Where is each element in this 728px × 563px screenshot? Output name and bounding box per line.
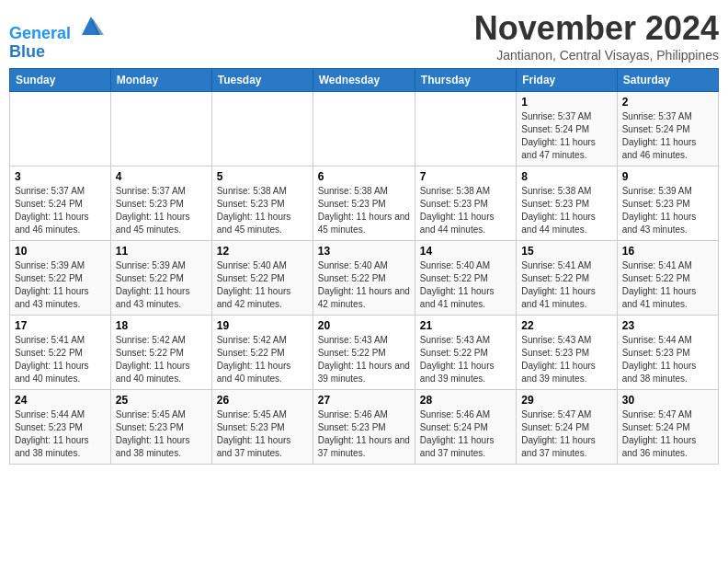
calendar-cell: 1Sunrise: 5:37 AM Sunset: 5:24 PM Daylig…: [517, 92, 617, 167]
day-info: Sunrise: 5:40 AM Sunset: 5:22 PM Dayligh…: [420, 259, 511, 311]
col-header-saturday: Saturday: [617, 69, 718, 92]
day-info: Sunrise: 5:44 AM Sunset: 5:23 PM Dayligh…: [15, 408, 106, 460]
calendar-cell: 20Sunrise: 5:43 AM Sunset: 5:22 PM Dayli…: [313, 316, 415, 390]
calendar-cell: 19Sunrise: 5:42 AM Sunset: 5:22 PM Dayli…: [211, 316, 313, 390]
day-number: 2: [622, 96, 713, 109]
calendar-cell: 29Sunrise: 5:47 AM Sunset: 5:24 PM Dayli…: [517, 390, 617, 465]
calendar-cell: 23Sunrise: 5:44 AM Sunset: 5:23 PM Dayli…: [617, 316, 718, 390]
day-info: Sunrise: 5:37 AM Sunset: 5:23 PM Dayligh…: [116, 185, 207, 236]
day-info: Sunrise: 5:46 AM Sunset: 5:23 PM Dayligh…: [318, 408, 410, 460]
calendar-cell: 17Sunrise: 5:41 AM Sunset: 5:22 PM Dayli…: [10, 316, 111, 390]
day-number: 18: [116, 319, 207, 332]
day-info: Sunrise: 5:39 AM Sunset: 5:22 PM Dayligh…: [15, 259, 106, 311]
week-row-2: 3Sunrise: 5:37 AM Sunset: 5:24 PM Daylig…: [10, 167, 719, 241]
day-info: Sunrise: 5:38 AM Sunset: 5:23 PM Dayligh…: [217, 185, 308, 236]
day-info: Sunrise: 5:37 AM Sunset: 5:24 PM Dayligh…: [15, 185, 106, 236]
day-number: 5: [217, 170, 308, 183]
calendar-cell: [313, 92, 415, 167]
calendar-cell: 26Sunrise: 5:45 AM Sunset: 5:23 PM Dayli…: [211, 390, 313, 465]
day-info: Sunrise: 5:37 AM Sunset: 5:24 PM Dayligh…: [521, 110, 611, 162]
calendar-cell: 6Sunrise: 5:38 AM Sunset: 5:23 PM Daylig…: [313, 167, 415, 241]
day-info: Sunrise: 5:38 AM Sunset: 5:23 PM Dayligh…: [521, 185, 611, 236]
day-info: Sunrise: 5:40 AM Sunset: 5:22 PM Dayligh…: [318, 259, 410, 311]
calendar-cell: 27Sunrise: 5:46 AM Sunset: 5:23 PM Dayli…: [313, 390, 415, 465]
day-info: Sunrise: 5:47 AM Sunset: 5:24 PM Dayligh…: [521, 408, 611, 460]
day-number: 23: [622, 319, 713, 332]
day-info: Sunrise: 5:42 AM Sunset: 5:22 PM Dayligh…: [116, 334, 207, 385]
calendar-cell: 22Sunrise: 5:43 AM Sunset: 5:23 PM Dayli…: [517, 316, 617, 390]
day-info: Sunrise: 5:47 AM Sunset: 5:24 PM Dayligh…: [622, 408, 713, 460]
day-number: 1: [521, 96, 611, 109]
calendar-cell: 2Sunrise: 5:37 AM Sunset: 5:24 PM Daylig…: [617, 92, 718, 167]
calendar-cell: 9Sunrise: 5:39 AM Sunset: 5:23 PM Daylig…: [617, 167, 718, 241]
calendar-cell: 12Sunrise: 5:40 AM Sunset: 5:22 PM Dayli…: [211, 241, 313, 316]
calendar-cell: 3Sunrise: 5:37 AM Sunset: 5:24 PM Daylig…: [10, 167, 111, 241]
week-row-5: 24Sunrise: 5:44 AM Sunset: 5:23 PM Dayli…: [10, 390, 719, 465]
calendar-cell: 21Sunrise: 5:43 AM Sunset: 5:22 PM Dayli…: [415, 316, 516, 390]
logo: General Blue: [9, 13, 104, 62]
calendar-cell: [10, 92, 111, 167]
col-header-friday: Friday: [517, 69, 617, 92]
day-info: Sunrise: 5:40 AM Sunset: 5:22 PM Dayligh…: [217, 259, 308, 311]
calendar-cell: [211, 92, 313, 167]
week-row-3: 10Sunrise: 5:39 AM Sunset: 5:22 PM Dayli…: [10, 241, 719, 316]
day-number: 10: [15, 245, 106, 258]
day-info: Sunrise: 5:45 AM Sunset: 5:23 PM Dayligh…: [116, 408, 207, 460]
col-header-thursday: Thursday: [415, 69, 516, 92]
calendar-cell: 4Sunrise: 5:37 AM Sunset: 5:23 PM Daylig…: [110, 167, 211, 241]
day-number: 12: [217, 245, 308, 258]
day-number: 22: [521, 319, 611, 332]
day-info: Sunrise: 5:45 AM Sunset: 5:23 PM Dayligh…: [217, 408, 308, 460]
day-number: 30: [622, 394, 713, 407]
day-number: 8: [521, 170, 611, 183]
day-number: 21: [420, 319, 511, 332]
calendar-cell: 8Sunrise: 5:38 AM Sunset: 5:23 PM Daylig…: [517, 167, 617, 241]
day-number: 26: [217, 394, 308, 407]
calendar-cell: 28Sunrise: 5:46 AM Sunset: 5:24 PM Dayli…: [415, 390, 516, 465]
location: Jantianon, Central Visayas, Philippines: [474, 48, 719, 63]
calendar-cell: [110, 92, 211, 167]
day-info: Sunrise: 5:37 AM Sunset: 5:24 PM Dayligh…: [622, 110, 713, 162]
day-number: 19: [217, 319, 308, 332]
calendar-cell: 13Sunrise: 5:40 AM Sunset: 5:22 PM Dayli…: [313, 241, 415, 316]
calendar-header-row: SundayMondayTuesdayWednesdayThursdayFrid…: [10, 69, 719, 92]
day-info: Sunrise: 5:46 AM Sunset: 5:24 PM Dayligh…: [420, 408, 511, 460]
day-number: 9: [622, 170, 713, 183]
day-number: 28: [420, 394, 511, 407]
day-number: 13: [318, 245, 410, 258]
col-header-monday: Monday: [110, 69, 211, 92]
calendar-cell: 15Sunrise: 5:41 AM Sunset: 5:22 PM Dayli…: [517, 241, 617, 316]
col-header-tuesday: Tuesday: [211, 69, 313, 92]
day-info: Sunrise: 5:42 AM Sunset: 5:22 PM Dayligh…: [217, 334, 308, 385]
title-block: November 2024 Jantianon, Central Visayas…: [474, 9, 719, 63]
day-number: 27: [318, 394, 410, 407]
day-number: 16: [622, 245, 713, 258]
day-number: 3: [15, 170, 106, 183]
day-info: Sunrise: 5:38 AM Sunset: 5:23 PM Dayligh…: [318, 185, 410, 236]
month-title: November 2024: [474, 9, 719, 48]
calendar-cell: 16Sunrise: 5:41 AM Sunset: 5:22 PM Dayli…: [617, 241, 718, 316]
week-row-1: 1Sunrise: 5:37 AM Sunset: 5:24 PM Daylig…: [10, 92, 719, 167]
day-number: 15: [521, 245, 611, 258]
calendar-cell: 30Sunrise: 5:47 AM Sunset: 5:24 PM Dayli…: [617, 390, 718, 465]
day-info: Sunrise: 5:44 AM Sunset: 5:23 PM Dayligh…: [622, 334, 713, 385]
day-number: 25: [116, 394, 207, 407]
day-info: Sunrise: 5:43 AM Sunset: 5:22 PM Dayligh…: [318, 334, 410, 385]
calendar-cell: 14Sunrise: 5:40 AM Sunset: 5:22 PM Dayli…: [415, 241, 516, 316]
day-number: 29: [521, 394, 611, 407]
day-info: Sunrise: 5:41 AM Sunset: 5:22 PM Dayligh…: [622, 259, 713, 311]
day-number: 6: [318, 170, 410, 183]
day-info: Sunrise: 5:41 AM Sunset: 5:22 PM Dayligh…: [521, 259, 611, 311]
calendar-cell: 7Sunrise: 5:38 AM Sunset: 5:23 PM Daylig…: [415, 167, 516, 241]
calendar-table: SundayMondayTuesdayWednesdayThursdayFrid…: [9, 68, 719, 465]
day-number: 7: [420, 170, 511, 183]
calendar-cell: 5Sunrise: 5:38 AM Sunset: 5:23 PM Daylig…: [211, 167, 313, 241]
day-info: Sunrise: 5:38 AM Sunset: 5:23 PM Dayligh…: [420, 185, 511, 236]
day-number: 4: [116, 170, 207, 183]
col-header-sunday: Sunday: [10, 69, 111, 92]
calendar-cell: 11Sunrise: 5:39 AM Sunset: 5:22 PM Dayli…: [110, 241, 211, 316]
calendar-cell: [415, 92, 516, 167]
day-info: Sunrise: 5:39 AM Sunset: 5:23 PM Dayligh…: [622, 185, 713, 236]
logo-text: General: [9, 13, 104, 43]
calendar-cell: 10Sunrise: 5:39 AM Sunset: 5:22 PM Dayli…: [10, 241, 111, 316]
